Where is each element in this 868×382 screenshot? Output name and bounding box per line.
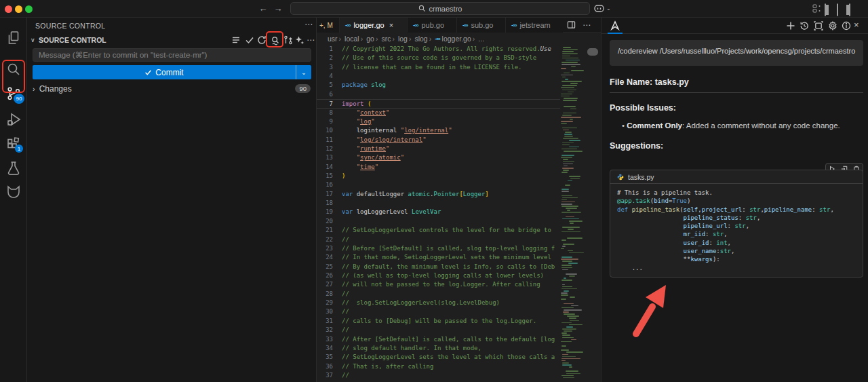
run-debug-icon[interactable] — [5, 111, 22, 128]
compare-branches-icon[interactable] — [283, 35, 294, 45]
window-close-button[interactable] — [5, 5, 12, 13]
sparkle-ai-icon[interactable] — [295, 35, 305, 45]
minimap[interactable] — [560, 45, 585, 382]
command-center-search[interactable]: crmaestro — [290, 2, 590, 15]
toggle-secondary-sidebar-icon[interactable] — [849, 4, 859, 13]
bullet-icon: • — [622, 121, 625, 130]
commit-button[interactable]: Commit ⌄ — [33, 65, 311, 79]
go-file-icon: -∞ — [511, 22, 516, 28]
copilot-chevron-icon[interactable]: ⌄ — [606, 5, 611, 12]
commit-check-icon[interactable] — [245, 35, 255, 45]
annotation-arrow — [610, 271, 692, 382]
code-block-header: tasks.py — [610, 170, 863, 184]
info-icon[interactable] — [842, 21, 852, 31]
tab-bar: +, M -∞ logger.go × -∞ pub.go -∞ sub.go … — [317, 18, 601, 33]
annotation-box-activity-scm — [2, 60, 25, 93]
prompt-text: /codereview /Users/russellluo/Projects/w… — [618, 47, 855, 55]
editor-more-actions-icon[interactable]: ⋯ — [583, 20, 591, 30]
tab-label: jetstream — [519, 21, 550, 29]
tab-logger-go[interactable]: -∞ logger.go × — [340, 18, 408, 33]
breadcrumb-item[interactable]: local — [344, 35, 364, 43]
settings-gear-icon[interactable] — [828, 21, 838, 31]
suggestions-heading: Suggestions: — [610, 141, 663, 151]
suggestion-code-block: tasks.py # This is a pipeline task.@app.… — [610, 170, 863, 278]
toggle-primary-sidebar-icon[interactable] — [825, 4, 834, 13]
open-in-editor-icon[interactable] — [814, 21, 824, 31]
file-name-heading: File Name: tasks.py — [610, 77, 689, 87]
extensions-icon[interactable]: 1 — [5, 136, 22, 153]
back-icon[interactable]: ← — [257, 3, 269, 15]
copilot-icon[interactable] — [594, 4, 604, 13]
scrollbar-thumb[interactable] — [587, 48, 598, 56]
window-zoom-button[interactable] — [25, 5, 33, 13]
window-minimize-button[interactable] — [15, 5, 22, 13]
changes-count-badge: 90 — [295, 84, 311, 93]
sidebar-view-title: SOURCE CONTROL — [35, 22, 105, 30]
extensions-badge: 1 — [15, 145, 23, 153]
tab-close-icon[interactable]: × — [389, 21, 393, 29]
go-file-icon: -∞ — [462, 22, 467, 28]
testing-icon[interactable] — [5, 160, 22, 176]
close-panel-icon[interactable]: × — [854, 20, 864, 30]
commit-message-input[interactable]: Message (⌘Enter to commit on "test-creat… — [33, 48, 311, 62]
source-control-sidebar: SOURCE CONTROL ⋯ ∨ SOURCE CONTROL ⋯ Mess… — [27, 18, 317, 382]
changes-chevron-icon: › — [33, 85, 35, 93]
section-chevron-icon[interactable]: ∨ — [31, 37, 35, 43]
changes-label: Changes — [39, 84, 72, 94]
history-icon[interactable] — [800, 21, 810, 31]
search-icon — [418, 5, 426, 12]
split-editor-icon[interactable] — [567, 20, 576, 29]
view-more-actions-icon[interactable]: ⋯ — [304, 20, 313, 29]
commit-button-label: Commit — [155, 68, 183, 77]
toggle-panel-icon[interactable] — [837, 4, 846, 13]
check-icon — [144, 69, 152, 76]
active-panel-indicator — [608, 33, 623, 34]
tab-overflow-indicator[interactable]: +, M — [317, 18, 340, 33]
title-bar: ← → crmaestro ⌄ — [0, 0, 868, 18]
divider — [610, 92, 863, 93]
breadcrumb-item[interactable]: slog — [414, 35, 433, 43]
explorer-icon[interactable] — [5, 30, 22, 46]
possible-issues-heading: Possible Issues: — [610, 103, 676, 113]
section-title: SOURCE CONTROL — [39, 36, 106, 44]
source-control-badge: 90 — [14, 94, 24, 104]
breadcrumb-item[interactable]: usr — [328, 35, 342, 43]
commit-message-placeholder: Message (⌘Enter to commit on "test-creat… — [39, 51, 207, 59]
breadcrumb-item[interactable]: ... — [478, 35, 484, 43]
commit-dropdown-button[interactable]: ⌄ — [296, 65, 311, 79]
suggestion-code: # This is a pipeline task.@app.task(bind… — [610, 184, 863, 272]
annotation-box-review-icon — [266, 31, 283, 47]
view-as-tree-icon[interactable] — [231, 35, 241, 45]
tab-pub-go[interactable]: -∞ pub.go — [408, 18, 457, 33]
editor-actions: ⋯ — [567, 18, 591, 32]
tab-label: sub.go — [471, 21, 493, 29]
fox-extension-icon[interactable] — [5, 183, 22, 199]
tab-sub-go[interactable]: -∞ sub.go — [457, 18, 506, 33]
code-block-filename: tasks.py — [628, 173, 654, 181]
breadcrumb-item[interactable]: go — [366, 35, 379, 43]
breadcrumb-item-file[interactable]: logger.go — [442, 35, 477, 43]
customize-layout-icon[interactable] — [812, 4, 822, 13]
tab-label: logger.go — [353, 21, 384, 29]
user-prompt-bubble: /codereview /Users/russellluo/Projects/w… — [610, 40, 863, 66]
code-editor[interactable]: 1// Copyright 2022 The Go Authors. All r… — [317, 45, 560, 382]
code-review-extension-icon[interactable] — [610, 20, 620, 31]
issue-description: : Added a comment without any code chang… — [682, 121, 840, 130]
breadcrumb-item[interactable]: src — [381, 35, 396, 43]
python-file-icon — [617, 174, 624, 180]
editor-group: +, M -∞ logger.go × -∞ pub.go -∞ sub.go … — [317, 18, 601, 382]
breadcrumb-item[interactable]: log — [398, 35, 413, 43]
tab-jetstream-go[interactable]: -∞ jetstream — [506, 18, 563, 33]
tab-label: pub.go — [421, 21, 444, 29]
new-chat-icon[interactable] — [786, 21, 796, 31]
changes-row[interactable]: › Changes 90 — [27, 82, 317, 96]
breadcrumb: usr local go src log slog -∞ logger.go .… — [317, 33, 601, 45]
issue-term: Comment Only — [627, 121, 682, 130]
panel-tab-strip: × — [601, 18, 868, 34]
section-more-actions-icon[interactable]: ⋯ — [307, 35, 315, 45]
search-text: crmaestro — [429, 5, 462, 13]
go-file-icon: -∞ — [413, 22, 418, 28]
forward-icon[interactable]: → — [272, 3, 284, 15]
go-file-icon: -∞ — [345, 22, 350, 28]
issue-item: • Comment Only: Added a comment without … — [622, 121, 840, 130]
